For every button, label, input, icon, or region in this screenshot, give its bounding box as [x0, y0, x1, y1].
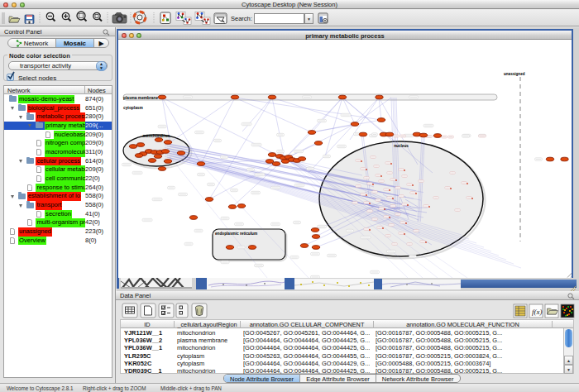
svg-text:plasma membrane: plasma membrane [123, 96, 158, 100]
svg-text:f(x): f(x) [532, 308, 543, 316]
svg-text:cytoplasm: cytoplasm [123, 106, 143, 110]
svg-text:endoplasmic reticulum: endoplasmic reticulum [215, 232, 257, 236]
svg-text:mitochondrion: mitochondrion [143, 134, 170, 138]
svg-text:nucleus: nucleus [394, 144, 409, 148]
svg-text:unassigned: unassigned [504, 72, 525, 76]
